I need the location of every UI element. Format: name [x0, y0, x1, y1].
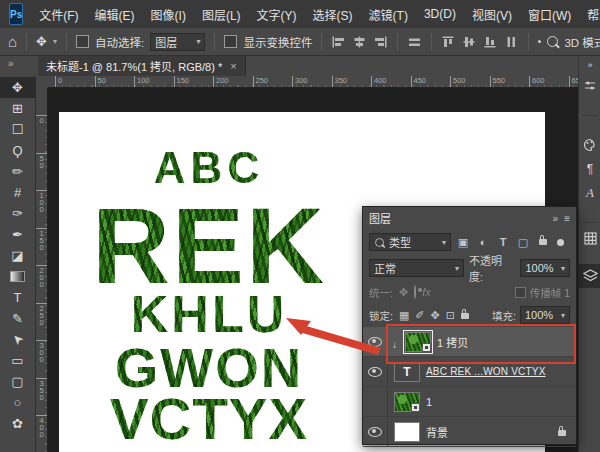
- filter-shape-icon[interactable]: ▢: [515, 235, 531, 250]
- menu-file[interactable]: 文件(F): [31, 6, 86, 23]
- double-chevron-icon[interactable]: »: [8, 58, 13, 69]
- document-tab[interactable]: 未标题-1 @ 81.7%(1 拷贝, RGB/8) * ×: [38, 56, 246, 76]
- propagate-checkbox[interactable]: [515, 287, 526, 298]
- filter-type-dropdown[interactable]: 类型 ▾: [369, 233, 451, 251]
- menu-type[interactable]: 文字(Y): [249, 6, 305, 23]
- filter-toggle-icon[interactable]: [557, 239, 564, 246]
- panel-menu-icon[interactable]: ≡: [564, 213, 570, 224]
- move-tool-icon[interactable]: ✥: [36, 34, 47, 49]
- menu-layer[interactable]: 图层(L): [194, 6, 249, 23]
- layer-thumbnail[interactable]: [394, 422, 420, 442]
- lock-pixels-icon[interactable]: ✐: [415, 310, 424, 321]
- layer-thumbnail[interactable]: [394, 392, 420, 412]
- align-right-icon[interactable]: [373, 35, 388, 49]
- show-transform-checkbox[interactable]: [224, 35, 237, 48]
- distribute-h-icon[interactable]: [407, 35, 422, 49]
- visibility-toggle[interactable]: [363, 417, 388, 446]
- tool-rounded-rect[interactable]: ▢: [0, 371, 36, 392]
- smart-object-badge-icon: [411, 403, 420, 412]
- menu-filter[interactable]: 滤镜(T): [361, 6, 416, 23]
- layer-row-background[interactable]: 背景: [363, 417, 576, 447]
- menu-select[interactable]: 选择(S): [305, 6, 361, 23]
- filter-type-icon[interactable]: T: [495, 235, 511, 250]
- auto-select-checkbox[interactable]: [76, 35, 89, 48]
- fill-value: 100%: [525, 309, 553, 321]
- tool-move[interactable]: ✥: [0, 77, 36, 98]
- layer-row-1[interactable]: 1: [363, 387, 576, 417]
- fill-dropdown[interactable]: 100% ▾: [520, 306, 570, 324]
- align-bottom-icon[interactable]: [483, 35, 498, 49]
- tool-quick-select[interactable]: ✏: [0, 161, 36, 182]
- auto-select-value: 图层: [155, 34, 177, 50]
- dock-swatches-icon[interactable]: [579, 226, 600, 250]
- distribute-v-icon[interactable]: [504, 35, 519, 49]
- menu-edit[interactable]: 编辑(E): [87, 6, 143, 23]
- unify-label: 统一:: [369, 285, 393, 300]
- menu-help[interactable]: 帮助(H): [579, 6, 600, 23]
- menu-window[interactable]: 窗口(W): [520, 6, 579, 23]
- filter-smart-icon[interactable]: [535, 235, 551, 250]
- layer-name[interactable]: 背景: [426, 424, 448, 440]
- tool-pen[interactable]: ✎: [0, 308, 36, 329]
- canvas-text-khlu: KHLU: [59, 288, 359, 340]
- dock-layers-icon[interactable]: [579, 264, 600, 288]
- lock-transparent-icon[interactable]: ▦: [399, 310, 409, 321]
- filter-adjust-icon[interactable]: ◐: [475, 235, 491, 250]
- menu-image[interactable]: 图像(I): [143, 6, 194, 23]
- text-layer-thumbnail[interactable]: T: [394, 362, 420, 382]
- tool-artboard[interactable]: ⊞: [0, 98, 36, 119]
- panel-collapse-icon[interactable]: »: [553, 213, 559, 224]
- lock-artboard-icon[interactable]: ⊡: [446, 310, 455, 321]
- dock-collapse-icon[interactable]: »: [579, 56, 600, 74]
- lock-position-icon[interactable]: ✥: [431, 310, 440, 321]
- tool-path-select[interactable]: ➤: [0, 329, 36, 350]
- layer-name[interactable]: ABC REK ...WON VCTYX: [426, 366, 546, 377]
- visibility-toggle[interactable]: [363, 327, 388, 356]
- dock-paragraph-icon[interactable]: ¶: [579, 157, 600, 181]
- menu-bar: Ps 文件(F) 编辑(E) 图像(I) 图层(L) 文字(Y) 选择(S) 滤…: [0, 0, 600, 29]
- tool-ellipse[interactable]: ○: [0, 392, 36, 413]
- move-tool-caret-icon[interactable]: ▾: [53, 37, 57, 46]
- align-top-icon[interactable]: [441, 35, 456, 49]
- dock-character-icon[interactable]: A: [579, 181, 600, 205]
- menu-view[interactable]: 视图(V): [464, 6, 520, 23]
- gradient-icon: [10, 271, 25, 282]
- unify-position-icon[interactable]: ✥: [399, 287, 408, 298]
- tool-gradient[interactable]: [0, 266, 36, 287]
- photoshop-window: Ps 文件(F) 编辑(E) 图像(I) 图层(L) 文字(Y) 选择(S) 滤…: [0, 0, 600, 452]
- lock-all-icon[interactable]: [461, 309, 469, 321]
- dock-properties-icon[interactable]: [579, 74, 600, 98]
- layer-name[interactable]: 1: [426, 396, 432, 408]
- tool-lasso[interactable]: Ϙ: [0, 140, 36, 161]
- tool-eyedropper[interactable]: ✑: [0, 203, 36, 224]
- tool-crop[interactable]: #: [0, 182, 36, 203]
- visibility-toggle[interactable]: [363, 357, 388, 386]
- opacity-dropdown[interactable]: 100% ▾: [520, 259, 570, 277]
- panel-dock: » ¶ A: [578, 56, 600, 452]
- tool-rectangle[interactable]: ▭: [0, 350, 36, 371]
- home-icon[interactable]: ⌂: [8, 33, 17, 50]
- tab-close-icon[interactable]: ×: [230, 60, 236, 72]
- tool-type[interactable]: T: [0, 287, 36, 308]
- search-icon[interactable]: [547, 36, 558, 47]
- align-v-center-icon[interactable]: [462, 35, 477, 49]
- dock-color-icon[interactable]: [579, 133, 600, 157]
- tool-custom-shape[interactable]: ✿: [0, 413, 36, 434]
- auto-select-label: 自动选择:: [95, 34, 144, 50]
- document-tab-bar: » 未标题-1 @ 81.7%(1 拷贝, RGB/8) * ×: [0, 56, 578, 77]
- eye-icon: [368, 337, 382, 347]
- eye-icon: [368, 367, 382, 377]
- unify-effects-icon[interactable]: fx: [422, 287, 431, 298]
- auto-select-dropdown[interactable]: 图层 ▾: [150, 33, 205, 51]
- align-left-icon[interactable]: [331, 35, 346, 49]
- tool-brush[interactable]: ✒: [0, 224, 36, 245]
- tool-marquee[interactable]: ☐: [0, 119, 36, 140]
- menu-3d[interactable]: 3D(D): [416, 7, 464, 21]
- visibility-toggle[interactable]: [363, 387, 388, 416]
- filter-pixel-icon[interactable]: ▣: [455, 235, 471, 250]
- 3d-mode-label: 3D 模式: [564, 34, 600, 50]
- unify-visibility-icon[interactable]: [414, 286, 416, 298]
- align-h-center-icon[interactable]: [352, 35, 367, 49]
- tool-eraser[interactable]: ◪: [0, 245, 36, 266]
- blend-mode-dropdown[interactable]: 正常 ▾: [369, 259, 464, 277]
